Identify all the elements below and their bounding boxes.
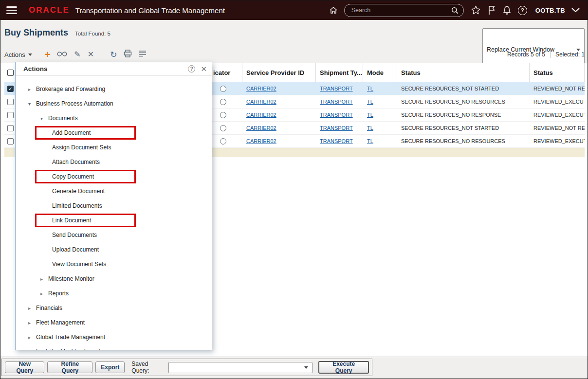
service-provider-link[interactable]: CARRIER02 [246,99,276,105]
page-header: Buy Shipments Total Found: 5 Replace Cur… [0,20,588,63]
status-cell: SECURE RESOURCES_NO RESOURCES [397,95,530,108]
action-item-link-document[interactable]: Link Document [16,213,212,228]
select-all-checkbox[interactable] [7,70,14,76]
saved-query-select[interactable] [168,362,312,373]
row-checkbox[interactable]: ✓ [7,86,14,92]
list-view-icon[interactable] [139,50,147,59]
popup-help-icon[interactable]: ? [188,65,195,72]
action-item-label: Upload Document [52,246,99,253]
find-binoculars-icon[interactable] [57,50,67,59]
chevron-right-icon[interactable]: ▸ [28,87,36,92]
user-chevron-down-icon[interactable] [571,8,580,13]
status2-cell: REVIEWED_EXECUTE [530,95,585,108]
action-item-business-process-automation[interactable]: ▾Business Process Automation [16,96,212,111]
action-item-limited-documents[interactable]: Limited Documents [16,199,212,213]
service-provider-link[interactable]: CARRIER02 [246,125,276,131]
print-icon[interactable] [124,50,132,59]
column-header-service-provider-id[interactable]: Service Provider ID [242,63,316,82]
favorites-star-icon[interactable] [471,5,481,15]
search-icon[interactable] [451,7,459,16]
shipment-type-link[interactable]: TRANSPORT [320,99,353,105]
action-item-brokerage-and-forwarding[interactable]: ▸Brokerage and Forwarding [16,82,212,96]
chevron-right-icon[interactable]: ▸ [28,335,36,340]
help-icon[interactable]: ? [518,6,527,15]
chevron-down-icon[interactable]: ▾ [40,116,48,121]
shipment-type-cell: TRANSPORT [316,108,363,121]
indicator-radio[interactable] [220,125,226,131]
action-item-logistics-machine-learning[interactable]: ▸Logistics Machine Learning [16,344,212,350]
column-header-mode[interactable]: Mode [363,63,397,82]
action-item-add-document[interactable]: Add Document [16,126,212,140]
row-checkbox[interactable] [7,112,14,118]
app-window: ORACLE Transportation and Global Trade M… [0,0,588,379]
chevron-right-icon[interactable]: ▸ [28,349,36,350]
action-item-reports[interactable]: ▸Reports [16,286,212,301]
refine-query-button[interactable]: Refine Query [47,361,92,373]
column-header-status[interactable]: Status [530,63,585,82]
mode-cell: TL [363,108,397,121]
new-query-button[interactable]: New Query [5,361,44,373]
action-item-fleet-management[interactable]: ▸Fleet Management [16,315,212,330]
service-provider-link[interactable]: CARRIER02 [246,112,276,118]
chevron-right-icon[interactable]: ▸ [28,320,36,325]
hamburger-menu-icon[interactable] [6,6,18,14]
action-item-upload-document[interactable]: Upload Document [16,242,212,257]
shipment-type-link[interactable]: TRANSPORT [320,138,353,144]
shipment-type-cell: TRANSPORT [316,135,363,147]
action-item-documents[interactable]: ▾Documents [16,111,212,126]
selected-count-label: Selected: 1 [555,51,585,58]
service-provider-cell: CARRIER02 [242,95,316,108]
indicator-radio[interactable] [220,86,226,92]
row-checkbox[interactable] [7,138,14,144]
mode-link[interactable]: TL [367,99,373,105]
shipment-type-link[interactable]: TRANSPORT [320,125,353,131]
add-icon[interactable]: + [45,50,51,59]
action-item-global-trade-management[interactable]: ▸Global Trade Management [16,330,212,344]
delete-x-icon[interactable]: ✕ [88,51,94,58]
actions-menu-button[interactable]: Actions [4,51,32,58]
mode-link[interactable]: TL [367,86,373,91]
execute-query-button[interactable]: Execute Query [318,361,369,374]
popup-close-icon[interactable]: ✕ [201,65,207,72]
user-menu[interactable]: OOTB.TB [535,7,565,14]
flag-icon[interactable] [487,5,496,15]
notifications-bell-icon[interactable] [502,5,512,15]
service-provider-link[interactable]: CARRIER02 [246,138,276,144]
shipment-type-link[interactable]: TRANSPORT [320,86,353,91]
indicator-radio[interactable] [220,112,226,118]
home-icon[interactable] [329,5,338,15]
mode-link[interactable]: TL [367,125,373,131]
action-item-label: Add Document [52,129,91,136]
search-box [344,4,464,17]
action-item-label: View Document Sets [52,261,106,268]
action-item-label: Business Process Automation [36,100,113,107]
refresh-icon[interactable]: ↻ [110,51,117,59]
search-input[interactable] [344,4,464,17]
action-item-send-documents[interactable]: Send Documents [16,228,212,242]
chevron-right-icon[interactable]: ▸ [40,291,48,296]
column-header-status[interactable]: Status [397,63,530,82]
status2-cell: REVIEWED_EXECUTE [530,108,585,121]
action-item-view-document-sets[interactable]: View Document Sets [16,257,212,271]
action-item-financials[interactable]: ▸Financials [16,301,212,315]
service-provider-link[interactable]: CARRIER02 [246,86,276,91]
action-item-assign-document-sets[interactable]: Assign Document Sets [16,140,212,155]
action-item-milestone-monitor[interactable]: ▸Milestone Monitor [16,271,212,286]
row-checkbox[interactable] [7,99,14,105]
mode-link[interactable]: TL [367,138,373,144]
shipment-type-link[interactable]: TRANSPORT [320,112,353,118]
export-button[interactable]: Export [95,361,125,373]
chevron-down-icon [304,366,308,369]
chevron-down-icon[interactable]: ▾ [28,101,36,107]
action-item-copy-document[interactable]: Copy Document [16,169,212,184]
chevron-right-icon[interactable]: ▸ [28,306,36,311]
indicator-radio[interactable] [220,138,226,144]
row-checkbox[interactable] [7,125,14,131]
mode-link[interactable]: TL [367,112,373,118]
edit-pencil-icon[interactable]: ✎ [74,51,80,58]
action-item-generate-document[interactable]: Generate Document [16,184,212,199]
indicator-radio[interactable] [220,99,226,105]
chevron-right-icon[interactable]: ▸ [40,276,48,282]
column-header-shipment-ty[interactable]: Shipment Ty... [316,63,363,82]
action-item-attach-documents[interactable]: Attach Documents [16,155,212,169]
